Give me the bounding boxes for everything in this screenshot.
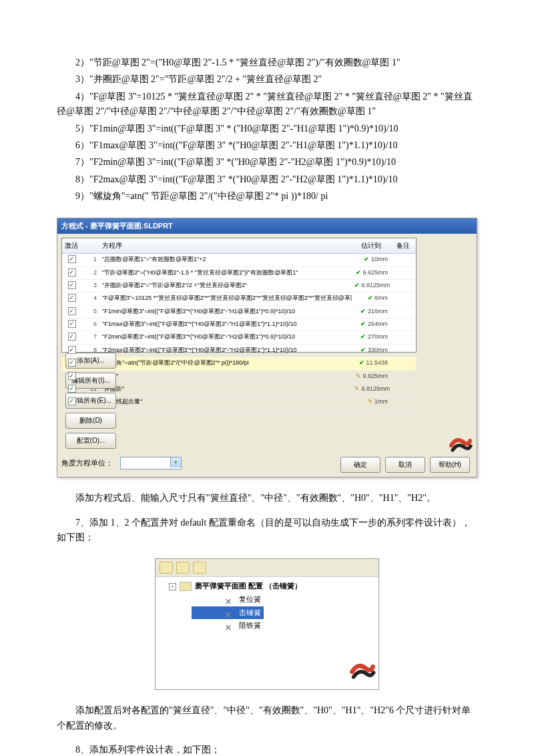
unit-combo[interactable] (120, 457, 182, 469)
paragraph-3: 添加配置后对各配置的"簧丝直径"、"中径"、"有效圈数"、"H0"、"H1"、"… (57, 703, 477, 733)
row-checkbox[interactable] (68, 307, 76, 315)
toolbar-icon[interactable] (176, 562, 190, 574)
config-root[interactable]: - 磨平弹簧平面图 配置 （击锤簧） (158, 580, 376, 593)
row-checkbox[interactable] (68, 372, 76, 380)
help-button[interactable]: 帮助(H) (430, 457, 470, 473)
configuration-panel: - 磨平弹簧平面图 配置 （击锤簧） ✕ 复位簧✕ 击锤簧✕ 阻铁簧 (155, 558, 379, 690)
row-checkbox[interactable] (68, 333, 76, 341)
config-item[interactable]: ✕ 复位簧 (192, 593, 261, 606)
equation-row[interactable]: 1"总圈数@草图1"="有效圈数@草图1"+2✔ 10mm (62, 254, 416, 266)
row-checkbox[interactable] (68, 268, 76, 276)
config-item[interactable]: ✕ 阻铁簧 (192, 619, 261, 632)
eq-line: 6）"F1max@草图 3"=int(("F@草图 3" *("H0@草图 2"… (57, 138, 477, 153)
equation-row[interactable]: 7"F2min@草图3"=int(("F@草图3"*("H0@草图2"-"H2@… (62, 331, 416, 344)
unit-label: 角度方程单位： (61, 457, 113, 469)
equation-row[interactable]: 6"F1max@草图3"=int(("F@草图3"*("H0@草图2"-"H1@… (62, 319, 416, 331)
dialog-titlebar: 方程式 - 磨平弹簧平面图.SLDPRT (57, 218, 477, 234)
row-checkbox[interactable] (68, 294, 76, 302)
col-note: 备注 (390, 238, 416, 253)
sw-logo-icon (349, 660, 376, 687)
eq-line: 2）"节距@草图 2"=("H0@草图 2"-1.5 * "簧丝直径@草图 2"… (57, 55, 477, 70)
equation-lines: 2）"节距@草图 2"=("H0@草图 2"-1.5 * "簧丝直径@草图 2"… (57, 55, 477, 204)
row-checkbox[interactable] (68, 255, 76, 263)
config-item[interactable]: ✕ 击锤簧 (192, 606, 264, 620)
paragraph-2: 7、添加 1、2 个配置并对 default 配置重命名（目的是可以自动生成下一… (57, 516, 477, 546)
config-icon: ✕ (225, 622, 236, 630)
check-icon: ✔ (360, 333, 366, 340)
row-checkbox[interactable] (68, 320, 76, 328)
config-icon: ✕ (225, 609, 236, 617)
cancel-button[interactable]: 取消 (385, 457, 425, 473)
paragraph-4: 8、添加系列零件设计表，如下图； (57, 743, 477, 756)
eq-line: 9）"螺旋角"=atn(" 节距@草图 2"/("中径@草图 2"* pi ))… (57, 189, 477, 204)
row-checkbox[interactable] (68, 359, 76, 367)
pencil-icon: ✎ (354, 385, 360, 392)
part-icon (180, 582, 192, 591)
check-icon: ✔ (368, 295, 373, 301)
col-value: 估计到 (352, 238, 390, 253)
equation-row[interactable]: 5"F1min@草图3"=int(("F@草图3"*("H0@草图2"-"H1@… (62, 306, 416, 319)
row-checkbox[interactable] (68, 281, 76, 289)
toolbar-icon[interactable] (160, 562, 173, 574)
sw-logo-icon (449, 435, 473, 455)
equation-row[interactable]: 3"并圈距@草图2"="节距@草图2"/2 +"簧丝直径@草图2"✔ 6.812… (62, 280, 416, 293)
row-checkbox[interactable] (68, 397, 76, 405)
paragraph-1: 添加方程式后、能输入尺寸只有"簧丝直径"、"中径"、"有效圈数"、"H0"、"H… (57, 491, 477, 506)
row-checkbox[interactable] (68, 346, 76, 354)
check-icon: ✔ (360, 308, 366, 315)
equation-row[interactable]: 2"节距@草图2"=("H0@草图2"-1.5 * "簧丝直径@草图2")/"有… (62, 267, 416, 280)
config-button[interactable]: 配置(O)... (65, 433, 116, 449)
col-active: 激活 (62, 238, 82, 253)
check-icon: ✔ (356, 269, 361, 276)
pencil-icon: ✎ (368, 398, 373, 405)
check-icon: ✔ (360, 321, 366, 327)
check-icon: ✔ (354, 282, 360, 289)
toolbar-icon[interactable] (193, 562, 206, 574)
eq-line: 5）"F1min@草图 3"=int(("F@草图 3" * ("H0@草图 2… (57, 122, 477, 136)
eq-line: 8）"F2max@草图 3"=int(("F@草图 3" *("H0@草图 2"… (57, 172, 477, 187)
check-icon: ✔ (364, 256, 369, 262)
equation-row[interactable]: 4"F@草图3"=10125 *"簧丝直径@草图2"*"簧丝直径@草图2"*"簧… (62, 293, 416, 305)
col-formula: 方程序 (99, 238, 352, 253)
eq-line: 4）"F@草图 3"=10125 * "簧丝直径@草图 2" * "簧丝直径@草… (57, 89, 477, 120)
collapse-icon[interactable]: - (169, 583, 176, 590)
check-icon: ✔ (359, 359, 364, 366)
row-checkbox[interactable] (68, 385, 76, 393)
delete-button[interactable]: 删除(D) (65, 413, 116, 429)
equations-dialog: 方程式 - 磨平弹簧平面图.SLDPRT 激活 方程序 估计到 备注 1"总圈数… (57, 218, 477, 478)
ok-button[interactable]: 确定 (340, 457, 380, 473)
check-icon: ✔ (360, 347, 366, 353)
pencil-icon: ✎ (356, 373, 361, 379)
equations-list: 激活 方程序 估计到 备注 1"总圈数@草图1"="有效圈数@草图1"+2✔ 1… (61, 238, 417, 353)
config-icon: ✕ (225, 596, 236, 604)
config-toolbar (156, 559, 378, 577)
eq-line: 7）"F2min@草图 3"=int(("F@草图 3" *("H0@草图 2"… (57, 155, 477, 170)
eq-line: 3）"并圈距@草图 2"="节距@草图 2"/2 + "簧丝直径@草图 2" (57, 72, 477, 87)
